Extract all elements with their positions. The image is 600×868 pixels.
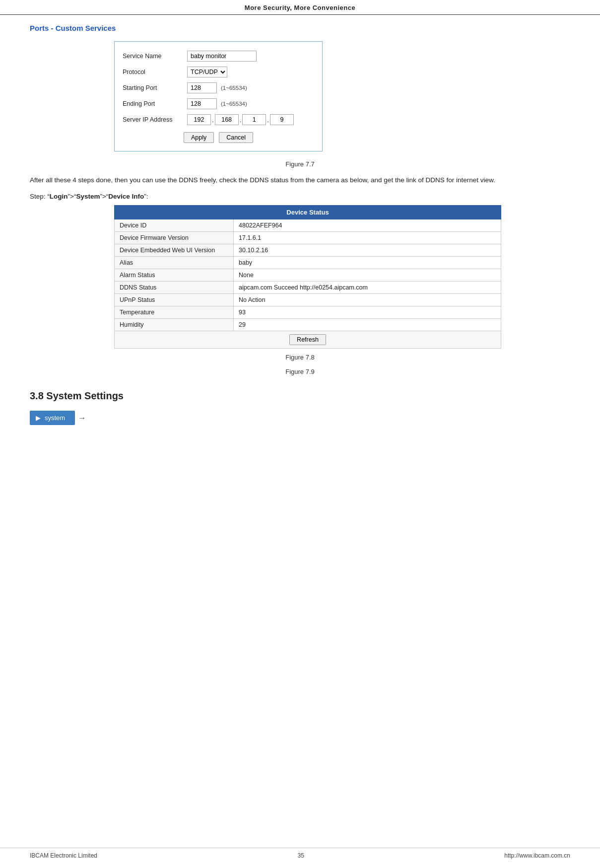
starting-port-label: Starting Port: [123, 84, 187, 91]
system-button[interactable]: ▶ system: [30, 411, 75, 425]
starting-port-row: Starting Port (1~65534): [123, 82, 314, 93]
device-status-value: 29: [234, 319, 501, 331]
starting-port-hint: (1~65534): [221, 85, 247, 91]
ip-octet4-input[interactable]: [270, 114, 294, 125]
table-row: Aliasbaby: [115, 257, 501, 269]
ports-section-title: Ports - Custom Services: [30, 24, 570, 32]
device-status-label: Device ID: [115, 219, 234, 232]
device-status-label: Alarm Status: [115, 269, 234, 282]
table-row: Alarm StatusNone: [115, 269, 501, 282]
footer-company: IBCAM Electronic Limited: [30, 852, 97, 859]
table-row: Temperature93: [115, 306, 501, 319]
device-status-label: UPnP Status: [115, 294, 234, 306]
ending-port-input[interactable]: [187, 98, 217, 109]
device-status-label: DDNS Status: [115, 282, 234, 294]
protocol-label: Protocol: [123, 69, 187, 75]
step-system: System: [76, 193, 100, 200]
protocol-row: Protocol TCP/UDP TCP UDP: [123, 67, 314, 77]
device-status-label: Device Embedded Web UI Version: [115, 244, 234, 257]
ip-dot-2: .: [240, 116, 242, 124]
ending-port-hint: (1~65534): [221, 101, 247, 107]
ending-port-label: Ending Port: [123, 100, 187, 107]
device-status-value: None: [234, 269, 501, 282]
ip-dot-1: .: [212, 116, 214, 124]
device-status-table: Device Status Device ID48022AFEF964Devic…: [114, 205, 501, 349]
step-text: Step: “Login”>“System”>“Device Info”:: [30, 193, 570, 200]
ip-address-group: . . .: [187, 114, 294, 125]
figure78-caption: Figure 7.8: [30, 354, 570, 361]
ending-port-row: Ending Port (1~65534): [123, 98, 314, 109]
table-row: UPnP StatusNo Action: [115, 294, 501, 306]
protocol-select[interactable]: TCP/UDP TCP UDP: [187, 67, 227, 77]
refresh-button[interactable]: Refresh: [289, 334, 326, 345]
refresh-row: Refresh: [115, 331, 501, 349]
cancel-button[interactable]: Cancel: [219, 132, 253, 143]
arrow-right-icon: →: [78, 414, 86, 423]
system-btn-container: ▶ system →: [30, 411, 570, 425]
table-row: Humidity29: [115, 319, 501, 331]
table-row: Device Embedded Web UI Version30.10.2.16: [115, 244, 501, 257]
step-device-info: Device Info: [108, 193, 144, 200]
device-status-value: 17.1.6.1: [234, 232, 501, 244]
section38-heading: 3.8 System Settings: [30, 390, 570, 402]
device-status-value: No Action: [234, 294, 501, 306]
server-ip-row: Server IP Address . . .: [123, 114, 314, 125]
device-status-value: 93: [234, 306, 501, 319]
apply-button[interactable]: Apply: [184, 132, 214, 143]
table-row: Device ID48022AFEF964: [115, 219, 501, 232]
server-ip-label: Server IP Address: [123, 116, 187, 123]
device-status-value: aipcam.com Succeed http://e0254.aipcam.c…: [234, 282, 501, 294]
form-buttons: Apply Cancel: [123, 132, 314, 143]
figure79-caption: Figure 7.9: [30, 368, 570, 375]
table-row: DDNS Statusaipcam.com Succeed http://e02…: [115, 282, 501, 294]
device-status-header: Device Status: [115, 206, 501, 219]
footer-page-number: 35: [297, 852, 304, 859]
ip-octet2-input[interactable]: [215, 114, 239, 125]
system-button-label: system: [45, 414, 65, 422]
ip-octet1-input[interactable]: [187, 114, 211, 125]
service-name-row: Service Name: [123, 51, 314, 62]
service-name-label: Service Name: [123, 53, 187, 60]
play-icon: ▶: [36, 414, 41, 422]
device-status-value: baby: [234, 257, 501, 269]
ip-dot-3: .: [267, 116, 269, 124]
device-status-label: Alias: [115, 257, 234, 269]
device-status-label: Temperature: [115, 306, 234, 319]
step-login: Login: [50, 193, 68, 200]
custom-services-form: Service Name Protocol TCP/UDP TCP UDP St…: [114, 41, 323, 151]
device-status-value: 48022AFEF964: [234, 219, 501, 232]
header-title: More Security, More Convenience: [245, 4, 355, 11]
footer-website: http://www.ibcam.com.cn: [504, 852, 570, 859]
table-row: Device Firmware Version17.1.6.1: [115, 232, 501, 244]
ip-octet3-input[interactable]: [242, 114, 266, 125]
page-footer: IBCAM Electronic Limited 35 http://www.i…: [0, 848, 600, 859]
device-status-value: 30.10.2.16: [234, 244, 501, 257]
service-name-input[interactable]: [187, 51, 257, 62]
figure77-caption: Figure 7.7: [30, 160, 570, 168]
body-paragraph1: After all these 4 steps done, then you c…: [30, 175, 570, 186]
device-status-label: Device Firmware Version: [115, 232, 234, 244]
starting-port-input[interactable]: [187, 82, 217, 93]
device-status-label: Humidity: [115, 319, 234, 331]
page-header: More Security, More Convenience: [0, 0, 600, 15]
